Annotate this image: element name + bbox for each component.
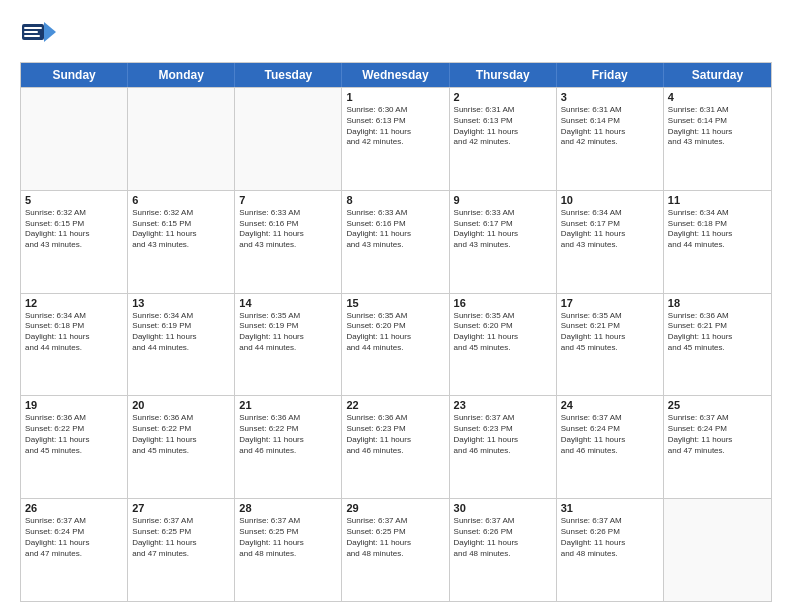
day-cell-1: 1Sunrise: 6:30 AMSunset: 6:13 PMDaylight…	[342, 88, 449, 190]
day-number: 25	[668, 399, 767, 411]
day-number: 20	[132, 399, 230, 411]
day-number: 16	[454, 297, 552, 309]
day-info: Sunrise: 6:37 AMSunset: 6:24 PMDaylight:…	[25, 516, 123, 559]
day-cell-20: 20Sunrise: 6:36 AMSunset: 6:22 PMDayligh…	[128, 396, 235, 498]
svg-rect-4	[24, 35, 40, 37]
header-cell-monday: Monday	[128, 63, 235, 87]
day-cell-9: 9Sunrise: 6:33 AMSunset: 6:17 PMDaylight…	[450, 191, 557, 293]
day-number: 18	[668, 297, 767, 309]
day-number: 21	[239, 399, 337, 411]
day-cell-8: 8Sunrise: 6:33 AMSunset: 6:16 PMDaylight…	[342, 191, 449, 293]
day-info: Sunrise: 6:31 AMSunset: 6:14 PMDaylight:…	[668, 105, 767, 148]
day-cell-27: 27Sunrise: 6:37 AMSunset: 6:25 PMDayligh…	[128, 499, 235, 601]
day-number: 5	[25, 194, 123, 206]
day-info: Sunrise: 6:37 AMSunset: 6:26 PMDaylight:…	[561, 516, 659, 559]
day-number: 6	[132, 194, 230, 206]
day-number: 31	[561, 502, 659, 514]
day-cell-12: 12Sunrise: 6:34 AMSunset: 6:18 PMDayligh…	[21, 294, 128, 396]
day-cell-25: 25Sunrise: 6:37 AMSunset: 6:24 PMDayligh…	[664, 396, 771, 498]
day-cell-5: 5Sunrise: 6:32 AMSunset: 6:15 PMDaylight…	[21, 191, 128, 293]
day-cell-15: 15Sunrise: 6:35 AMSunset: 6:20 PMDayligh…	[342, 294, 449, 396]
day-cell-21: 21Sunrise: 6:36 AMSunset: 6:22 PMDayligh…	[235, 396, 342, 498]
header	[20, 16, 772, 54]
empty-cell	[128, 88, 235, 190]
header-cell-thursday: Thursday	[450, 63, 557, 87]
day-info: Sunrise: 6:36 AMSunset: 6:22 PMDaylight:…	[132, 413, 230, 456]
day-number: 2	[454, 91, 552, 103]
day-number: 26	[25, 502, 123, 514]
day-info: Sunrise: 6:36 AMSunset: 6:22 PMDaylight:…	[239, 413, 337, 456]
day-number: 4	[668, 91, 767, 103]
day-info: Sunrise: 6:34 AMSunset: 6:17 PMDaylight:…	[561, 208, 659, 251]
day-number: 11	[668, 194, 767, 206]
day-cell-2: 2Sunrise: 6:31 AMSunset: 6:13 PMDaylight…	[450, 88, 557, 190]
day-cell-24: 24Sunrise: 6:37 AMSunset: 6:24 PMDayligh…	[557, 396, 664, 498]
calendar-row-3: 12Sunrise: 6:34 AMSunset: 6:18 PMDayligh…	[21, 293, 771, 396]
day-number: 19	[25, 399, 123, 411]
header-cell-wednesday: Wednesday	[342, 63, 449, 87]
header-cell-sunday: Sunday	[21, 63, 128, 87]
day-number: 9	[454, 194, 552, 206]
day-cell-29: 29Sunrise: 6:37 AMSunset: 6:25 PMDayligh…	[342, 499, 449, 601]
day-cell-3: 3Sunrise: 6:31 AMSunset: 6:14 PMDaylight…	[557, 88, 664, 190]
calendar-header: SundayMondayTuesdayWednesdayThursdayFrid…	[21, 63, 771, 87]
empty-cell	[664, 499, 771, 601]
day-number: 24	[561, 399, 659, 411]
header-cell-friday: Friday	[557, 63, 664, 87]
day-info: Sunrise: 6:36 AMSunset: 6:23 PMDaylight:…	[346, 413, 444, 456]
day-cell-30: 30Sunrise: 6:37 AMSunset: 6:26 PMDayligh…	[450, 499, 557, 601]
day-number: 23	[454, 399, 552, 411]
day-info: Sunrise: 6:36 AMSunset: 6:21 PMDaylight:…	[668, 311, 767, 354]
svg-rect-3	[24, 31, 38, 33]
day-number: 29	[346, 502, 444, 514]
day-number: 17	[561, 297, 659, 309]
day-info: Sunrise: 6:37 AMSunset: 6:26 PMDaylight:…	[454, 516, 552, 559]
day-info: Sunrise: 6:31 AMSunset: 6:14 PMDaylight:…	[561, 105, 659, 148]
day-info: Sunrise: 6:37 AMSunset: 6:25 PMDaylight:…	[239, 516, 337, 559]
day-cell-26: 26Sunrise: 6:37 AMSunset: 6:24 PMDayligh…	[21, 499, 128, 601]
svg-rect-2	[24, 27, 42, 29]
day-cell-31: 31Sunrise: 6:37 AMSunset: 6:26 PMDayligh…	[557, 499, 664, 601]
day-number: 22	[346, 399, 444, 411]
svg-marker-1	[44, 22, 56, 42]
calendar-row-4: 19Sunrise: 6:36 AMSunset: 6:22 PMDayligh…	[21, 395, 771, 498]
calendar: SundayMondayTuesdayWednesdayThursdayFrid…	[20, 62, 772, 602]
day-cell-13: 13Sunrise: 6:34 AMSunset: 6:19 PMDayligh…	[128, 294, 235, 396]
calendar-row-1: 1Sunrise: 6:30 AMSunset: 6:13 PMDaylight…	[21, 87, 771, 190]
day-info: Sunrise: 6:37 AMSunset: 6:24 PMDaylight:…	[561, 413, 659, 456]
calendar-row-5: 26Sunrise: 6:37 AMSunset: 6:24 PMDayligh…	[21, 498, 771, 601]
day-cell-7: 7Sunrise: 6:33 AMSunset: 6:16 PMDaylight…	[235, 191, 342, 293]
day-info: Sunrise: 6:33 AMSunset: 6:16 PMDaylight:…	[239, 208, 337, 251]
logo-icon	[20, 16, 58, 54]
day-number: 28	[239, 502, 337, 514]
day-info: Sunrise: 6:37 AMSunset: 6:25 PMDaylight:…	[132, 516, 230, 559]
day-number: 30	[454, 502, 552, 514]
day-info: Sunrise: 6:37 AMSunset: 6:25 PMDaylight:…	[346, 516, 444, 559]
day-cell-16: 16Sunrise: 6:35 AMSunset: 6:20 PMDayligh…	[450, 294, 557, 396]
day-info: Sunrise: 6:32 AMSunset: 6:15 PMDaylight:…	[25, 208, 123, 251]
calendar-row-2: 5Sunrise: 6:32 AMSunset: 6:15 PMDaylight…	[21, 190, 771, 293]
day-number: 13	[132, 297, 230, 309]
day-number: 14	[239, 297, 337, 309]
day-number: 1	[346, 91, 444, 103]
day-info: Sunrise: 6:34 AMSunset: 6:18 PMDaylight:…	[668, 208, 767, 251]
day-cell-11: 11Sunrise: 6:34 AMSunset: 6:18 PMDayligh…	[664, 191, 771, 293]
calendar-body: 1Sunrise: 6:30 AMSunset: 6:13 PMDaylight…	[21, 87, 771, 601]
day-number: 12	[25, 297, 123, 309]
day-number: 3	[561, 91, 659, 103]
day-cell-17: 17Sunrise: 6:35 AMSunset: 6:21 PMDayligh…	[557, 294, 664, 396]
day-info: Sunrise: 6:31 AMSunset: 6:13 PMDaylight:…	[454, 105, 552, 148]
day-number: 10	[561, 194, 659, 206]
day-info: Sunrise: 6:36 AMSunset: 6:22 PMDaylight:…	[25, 413, 123, 456]
day-cell-28: 28Sunrise: 6:37 AMSunset: 6:25 PMDayligh…	[235, 499, 342, 601]
day-info: Sunrise: 6:32 AMSunset: 6:15 PMDaylight:…	[132, 208, 230, 251]
day-cell-18: 18Sunrise: 6:36 AMSunset: 6:21 PMDayligh…	[664, 294, 771, 396]
day-info: Sunrise: 6:35 AMSunset: 6:20 PMDaylight:…	[346, 311, 444, 354]
day-cell-6: 6Sunrise: 6:32 AMSunset: 6:15 PMDaylight…	[128, 191, 235, 293]
logo	[20, 16, 62, 54]
day-cell-22: 22Sunrise: 6:36 AMSunset: 6:23 PMDayligh…	[342, 396, 449, 498]
day-info: Sunrise: 6:34 AMSunset: 6:19 PMDaylight:…	[132, 311, 230, 354]
header-cell-tuesday: Tuesday	[235, 63, 342, 87]
day-cell-19: 19Sunrise: 6:36 AMSunset: 6:22 PMDayligh…	[21, 396, 128, 498]
day-cell-14: 14Sunrise: 6:35 AMSunset: 6:19 PMDayligh…	[235, 294, 342, 396]
